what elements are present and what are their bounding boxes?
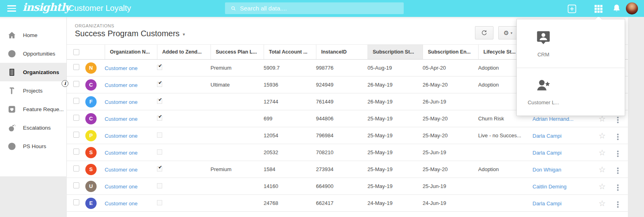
cell-subscription-start: 26-May-19 — [367, 99, 423, 105]
added-checkbox-unchecked[interactable] — [157, 200, 162, 205]
cell-instance-id: 664900 — [316, 183, 367, 189]
row-checkbox[interactable] — [73, 98, 79, 104]
org-avatar: N — [85, 62, 97, 74]
favorite-star-icon[interactable]: ☆ — [599, 165, 606, 174]
organization-link[interactable]: Customer one — [105, 150, 138, 156]
sidebar-item-label: Home — [23, 32, 37, 38]
sidebar-item-home[interactable]: Home — [0, 26, 66, 44]
column-header[interactable]: InstanceID — [316, 45, 367, 59]
app-item-label: CRM — [537, 52, 549, 58]
organization-link[interactable]: Customer one — [105, 65, 138, 71]
insightly-logo[interactable]: insightly — [23, 1, 70, 13]
organization-link[interactable]: Customer one — [105, 99, 138, 105]
view-selector-dropdown[interactable]: Success Program Customers ▾ — [75, 29, 185, 38]
sidebar-item-feature-reque[interactable]: Feature Reque... — [0, 100, 66, 118]
hamburger-menu-icon[interactable] — [7, 5, 16, 12]
row-checkbox[interactable] — [73, 165, 79, 172]
added-checkbox-unchecked[interactable] — [157, 132, 162, 138]
settings-button[interactable]: ⚙ ▾ — [498, 26, 518, 39]
cell-subscription-end: 26-May-20 — [423, 82, 478, 88]
table-row: SCustomer one2053270821025-May-1925-Jun-… — [67, 144, 628, 161]
org-avatar: F — [85, 96, 97, 107]
user-avatar[interactable] — [626, 2, 638, 14]
row-checkbox[interactable] — [73, 182, 79, 188]
owner-link[interactable]: Adrian Hernand... — [533, 116, 574, 122]
sidebar-item-opportunities[interactable]: Opportunities — [0, 44, 66, 63]
organization-link[interactable]: Customer one — [105, 82, 138, 88]
row-checkbox[interactable] — [73, 115, 79, 121]
kebab-menu-icon[interactable] — [615, 183, 621, 192]
sidebar-nav: HomeOpportunitiesOrganizationsProjectsFe… — [0, 26, 66, 155]
owner-link[interactable]: Caitlin Deming — [533, 184, 567, 190]
target-icon — [7, 49, 17, 58]
top-bar: insightly Customer Loyalty — [0, 0, 644, 17]
cell-instance-id: 662417 — [316, 200, 367, 206]
row-checkbox[interactable] — [73, 64, 79, 70]
organization-link[interactable]: Customer one — [105, 184, 138, 190]
organization-link[interactable]: Customer one — [105, 200, 138, 207]
owner-link[interactable]: Darla Campi — [533, 200, 561, 207]
cell-instance-id: 761449 — [316, 99, 367, 105]
column-header[interactable]: Subscription En... — [423, 45, 478, 59]
cell-instance-id: 273934 — [316, 166, 367, 172]
notifications-bell-icon[interactable] — [611, 3, 622, 14]
clock-icon — [7, 142, 17, 151]
gear-icon: ⚙ — [504, 29, 509, 37]
table-row: PCustomer one1205479698425-May-1925-May-… — [67, 127, 628, 144]
cell-subscription-end: 25-May-20 — [423, 116, 478, 122]
apps-menu-item-customer-loyalty[interactable]: Customer L... — [519, 68, 568, 115]
column-header[interactable]: Subscription St... — [367, 45, 423, 59]
added-checkbox-checked[interactable]: ✓ — [157, 65, 162, 70]
crm-badge-icon — [535, 29, 552, 46]
column-header[interactable]: Success Plan L... — [211, 45, 264, 59]
added-checkbox-checked[interactable]: ✓ — [157, 99, 162, 104]
column-header[interactable]: Organization N... — [105, 45, 157, 59]
row-checkbox[interactable] — [73, 149, 79, 155]
kebab-menu-icon[interactable] — [615, 149, 621, 159]
sidebar-item-organizations[interactable]: Organizations — [0, 63, 66, 81]
cell-subscription-end: 05-Apr-20 — [423, 65, 478, 71]
added-checkbox-checked[interactable]: ✓ — [157, 116, 162, 121]
owner-link[interactable]: Darla Campi — [533, 133, 561, 139]
info-icon[interactable]: i — [62, 80, 68, 87]
added-checkbox-checked[interactable]: ✓ — [157, 166, 162, 172]
organization-link[interactable]: Customer one — [105, 133, 138, 139]
favorite-star-icon[interactable]: ☆ — [599, 148, 606, 157]
row-checkbox[interactable] — [73, 132, 79, 138]
favorite-star-icon[interactable]: ☆ — [599, 182, 606, 191]
added-checkbox-checked[interactable]: ✓ — [157, 82, 162, 87]
row-checkbox[interactable] — [73, 81, 79, 87]
column-header[interactable]: Added to Zend... — [157, 45, 211, 59]
org-avatar: C — [85, 79, 97, 91]
organization-link[interactable]: Customer one — [105, 167, 138, 173]
row-checkbox[interactable] — [73, 199, 79, 205]
added-checkbox-unchecked[interactable] — [157, 183, 162, 188]
organization-link[interactable]: Customer one — [105, 116, 138, 122]
apps-grid-icon[interactable] — [593, 4, 604, 14]
apps-menu-item-crm[interactable]: CRM — [519, 19, 568, 68]
refresh-button[interactable] — [475, 26, 493, 39]
added-checkbox-unchecked[interactable] — [157, 149, 162, 155]
kebab-menu-icon[interactable] — [615, 200, 621, 209]
add-new-icon[interactable] — [567, 4, 577, 14]
checkmark-icon: ✓ — [158, 115, 163, 120]
kebab-menu-icon[interactable] — [615, 115, 621, 125]
kebab-menu-icon[interactable] — [615, 132, 621, 142]
cell-subscription-start: 25-May-19 — [367, 166, 423, 172]
sidebar-item-ps-hours[interactable]: PS Hours — [0, 137, 66, 155]
owner-link[interactable]: Darla Campi — [533, 150, 561, 156]
owner-link[interactable]: Don Whigan — [533, 167, 561, 173]
column-header[interactable]: Total Account ... — [264, 45, 316, 59]
sidebar: HomeOpportunitiesOrganizationsProjectsFe… — [0, 17, 67, 176]
favorite-star-icon[interactable]: ☆ — [599, 131, 606, 141]
chevron-down-icon: ▾ — [183, 30, 185, 37]
sidebar-item-escalations[interactable]: Escalations — [0, 118, 66, 137]
checkmark-icon: ✓ — [158, 64, 163, 69]
cell-instance-id: 944806 — [316, 116, 367, 122]
cell-subscription-start: 25-May-19 — [367, 116, 423, 122]
select-all-checkbox[interactable] — [73, 49, 79, 55]
search-input[interactable] — [240, 5, 404, 12]
sidebar-item-projects[interactable]: Projects — [0, 81, 66, 100]
kebab-menu-icon[interactable] — [615, 166, 621, 176]
favorite-star-icon[interactable]: ☆ — [599, 198, 606, 208]
